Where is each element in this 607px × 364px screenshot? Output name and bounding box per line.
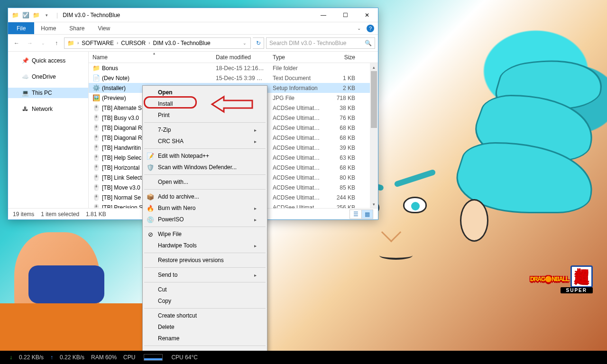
nav-label: This PC bbox=[32, 90, 52, 96]
recent-dropdown[interactable]: ⌄ bbox=[37, 37, 49, 49]
menu-separator bbox=[144, 346, 266, 346]
logo-subtitle: SUPER bbox=[561, 287, 593, 293]
menu-cut[interactable]: Cut bbox=[144, 284, 266, 295]
menu-open[interactable]: Open bbox=[144, 87, 266, 98]
file-type: ACDSee Ultimate ... bbox=[269, 204, 326, 209]
menu-send-to[interactable]: Send to▸ bbox=[144, 269, 266, 281]
menu-print[interactable]: Print bbox=[144, 109, 266, 121]
maximize-button[interactable]: ☐ bbox=[334, 8, 356, 22]
chevron-right-icon[interactable]: › bbox=[148, 40, 150, 46]
menu-shortcut[interactable]: Create shortcut bbox=[144, 310, 266, 321]
file-size: 80 KB bbox=[326, 174, 359, 181]
cur-icon: 🖱️ bbox=[92, 164, 100, 172]
status-selection: 1 item selected bbox=[41, 211, 79, 218]
properties-icon[interactable]: ☑️ bbox=[21, 11, 30, 19]
search-input[interactable]: Search DIM v3.0 - TechnoBlue 🔍 bbox=[266, 37, 375, 49]
file-name: [TB] Link Select bbox=[102, 174, 142, 181]
breadcrumb-current[interactable]: DIM v3.0 - TechnoBlue bbox=[151, 40, 212, 46]
breadcrumb-bar[interactable]: 📁 › SOFTWARE › CURSOR › DIM v3.0 - Techn… bbox=[64, 37, 251, 49]
menu-notepad[interactable]: 📝Edit with Notepad++ bbox=[144, 150, 266, 162]
menu-wipe[interactable]: ⊘Wipe File bbox=[144, 228, 266, 240]
column-name[interactable]: ▴Name bbox=[89, 52, 212, 63]
qat-dropdown-icon[interactable]: ▾ bbox=[42, 11, 51, 19]
breadcrumb-dropdown-icon[interactable]: ⌄ bbox=[240, 41, 249, 46]
cur-icon: 🖱️ bbox=[92, 144, 100, 152]
file-tab[interactable]: File bbox=[8, 22, 34, 34]
menu-defender[interactable]: 🛡️Scan with Windows Defender... bbox=[144, 162, 266, 173]
menu-nero[interactable]: 🔥Burn with Nero▸ bbox=[144, 202, 266, 214]
nav-network[interactable]: 🖧Network bbox=[8, 104, 88, 114]
menu-add-archive[interactable]: 📦Add to archive... bbox=[144, 191, 266, 202]
file-row[interactable]: 📁Bonus18-Dec-15 12:16 AMFile folder bbox=[89, 63, 378, 73]
column-type[interactable]: Type bbox=[269, 52, 326, 63]
chevron-right-icon[interactable]: › bbox=[77, 40, 79, 46]
forward-button[interactable]: → bbox=[24, 37, 36, 49]
file-date: 15-Dec-15 3:39 PM bbox=[212, 75, 269, 82]
vertical-scrollbar[interactable]: ▴▾ bbox=[370, 63, 378, 208]
column-size[interactable]: Size bbox=[326, 52, 359, 63]
menu-poweriso[interactable]: 💿PowerISO▸ bbox=[144, 214, 266, 225]
menu-restore[interactable]: Restore previous versions bbox=[144, 255, 266, 266]
breadcrumb-cursor[interactable]: CURSOR bbox=[119, 40, 147, 46]
scroll-up-icon[interactable]: ▴ bbox=[370, 63, 378, 71]
view-tab[interactable]: View bbox=[91, 22, 117, 34]
chevron-right-icon: ▸ bbox=[254, 217, 257, 222]
cur-icon: 🖱️ bbox=[92, 204, 100, 209]
menu-copy[interactable]: Copy bbox=[144, 295, 266, 307]
menu-7zip[interactable]: 7-Zip▸ bbox=[144, 124, 266, 136]
icons-view-button[interactable]: ▦ bbox=[361, 210, 373, 218]
wallpaper-wristband bbox=[28, 265, 104, 303]
home-tab[interactable]: Home bbox=[34, 22, 63, 34]
menu-install[interactable]: Install bbox=[144, 98, 266, 109]
back-button[interactable]: ← bbox=[11, 37, 22, 49]
view-toggles: ☰ ▦ bbox=[349, 209, 373, 219]
sort-ascending-icon: ▴ bbox=[92, 52, 216, 55]
titlebar[interactable]: 📁 ☑️ 📁 ▾ | DIM v3.0 - TechnoBlue — ☐ ✕ bbox=[8, 8, 378, 22]
nav-quick-access[interactable]: 📌Quick access bbox=[8, 55, 88, 66]
cloud-icon: ☁️ bbox=[21, 73, 29, 81]
share-tab[interactable]: Share bbox=[63, 22, 91, 34]
minimize-button[interactable]: — bbox=[313, 8, 334, 22]
inf-icon: ⚙️ bbox=[92, 84, 100, 92]
scroll-down-icon[interactable]: ▾ bbox=[370, 200, 378, 208]
menu-separator bbox=[144, 308, 266, 309]
menu-separator bbox=[144, 148, 266, 149]
menu-separator bbox=[144, 174, 266, 175]
expand-ribbon-icon[interactable]: ⌄ bbox=[357, 26, 361, 31]
file-date: 18-Dec-15 12:16 AM bbox=[212, 65, 269, 72]
search-placeholder: Search DIM v3.0 - TechnoBlue bbox=[269, 40, 365, 46]
folder-icon: 📁 bbox=[92, 64, 100, 72]
menu-open-with[interactable]: Open with... bbox=[144, 176, 266, 188]
file-size: 244 KB bbox=[326, 194, 359, 201]
menu-delete[interactable]: Delete bbox=[144, 321, 266, 333]
details-view-button[interactable]: ☰ bbox=[350, 210, 361, 218]
new-folder-icon[interactable]: 📁 bbox=[32, 11, 40, 19]
logo-kanji: 超 bbox=[570, 265, 593, 288]
file-size: 63 KB bbox=[326, 155, 359, 161]
refresh-button[interactable]: ↻ bbox=[253, 37, 264, 49]
menu-rename[interactable]: Rename bbox=[144, 333, 266, 344]
search-icon: 🔍 bbox=[365, 40, 372, 46]
breadcrumb-software[interactable]: SOFTWARE bbox=[80, 40, 116, 46]
nav-this-pc[interactable]: 💻This PC bbox=[8, 88, 88, 98]
menu-hardwipe[interactable]: Hardwipe Tools▸ bbox=[144, 240, 266, 251]
ribbon-tabs: File Home Share View ⌄ ? bbox=[8, 22, 378, 35]
taskbar[interactable]: ↓ 0.22 KB/s ↑ 0.22 KB/s RAM 60% CPU CPU … bbox=[0, 351, 607, 364]
nav-label: Quick access bbox=[32, 57, 65, 64]
status-size: 1.81 KB bbox=[86, 211, 106, 218]
file-row[interactable]: 📄(Dev Note)15-Dec-15 3:39 PMText Documen… bbox=[89, 73, 378, 83]
file-name: [TB] Alternate S bbox=[102, 105, 142, 111]
menu-crc-sha[interactable]: CRC SHA▸ bbox=[144, 136, 266, 147]
file-name: [TB] Diagonal R bbox=[102, 125, 142, 131]
folder-icon: 📁 bbox=[65, 40, 76, 46]
help-icon[interactable]: ? bbox=[367, 25, 374, 32]
wallpaper-ear bbox=[460, 199, 488, 242]
file-name: (Preview) bbox=[102, 95, 126, 101]
file-name: [TB] Diagonal R bbox=[102, 135, 142, 141]
up-button[interactable]: ↑ bbox=[51, 37, 62, 49]
upload-icon: ↑ bbox=[50, 354, 53, 361]
close-button[interactable]: ✕ bbox=[356, 8, 378, 22]
column-date[interactable]: Date modified bbox=[212, 52, 269, 63]
nav-onedrive[interactable]: ☁️OneDrive bbox=[8, 72, 88, 82]
chevron-right-icon[interactable]: › bbox=[117, 40, 118, 46]
